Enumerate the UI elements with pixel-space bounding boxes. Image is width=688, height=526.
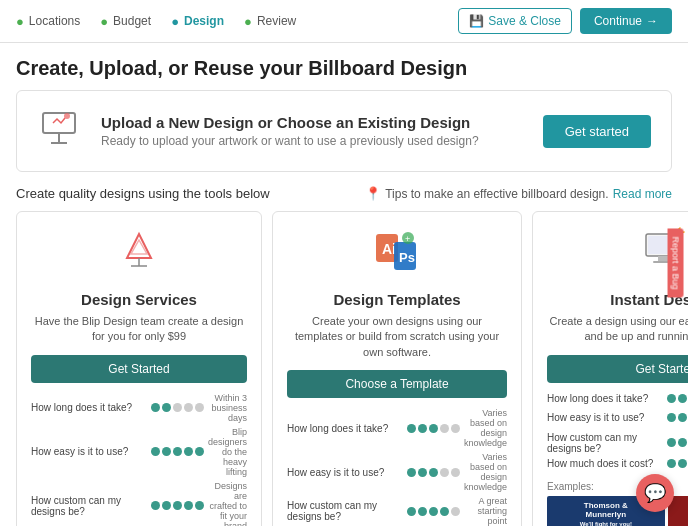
chat-icon: 💬	[644, 482, 666, 504]
metric-dots	[151, 501, 204, 510]
check-icon-review: ●	[244, 14, 252, 29]
metric-dots	[667, 438, 688, 447]
check-icon-budget: ●	[100, 14, 108, 29]
page-title: Create, Upload, or Reuse your Billboard …	[0, 43, 688, 90]
pin-icon: 📍	[365, 186, 381, 201]
metric-dots	[407, 468, 460, 477]
card-description: Have the Blip Design team create a desig…	[31, 314, 247, 345]
check-icon-locations: ●	[16, 14, 24, 29]
metric-dots	[151, 403, 204, 412]
metric-row: How custom can my designs be? Designs ar…	[31, 481, 247, 526]
read-more-link[interactable]: Read more	[613, 187, 672, 201]
chat-bubble[interactable]: 💬	[636, 474, 674, 512]
continue-button[interactable]: Continue →	[580, 8, 672, 34]
save-icon: 💾	[469, 14, 484, 28]
svg-text:Ai: Ai	[382, 241, 396, 257]
tips-text: Tips to make an effective billboard desi…	[385, 187, 608, 201]
metric-row: How easy is it to use? Extremely easy to…	[547, 408, 688, 428]
metric-dots	[151, 447, 204, 456]
metric-row: How long does it take? Within minutes	[547, 393, 688, 404]
billboard-icon	[37, 105, 81, 157]
card-title: Design Services	[31, 291, 247, 308]
nav-step-budget[interactable]: ● Budget	[100, 14, 151, 29]
nav-step-design[interactable]: ● Design	[171, 14, 224, 29]
metric-row: How much does it cost? Free!	[547, 458, 688, 469]
design-services-card: Design Services Have the Blip Design tea…	[16, 211, 262, 526]
metric-dots	[667, 413, 688, 422]
metric-row: How easy is it to use? Varies based on d…	[287, 452, 507, 492]
design-services-icon	[31, 226, 247, 283]
save-close-button[interactable]: 💾 Save & Close	[458, 8, 572, 34]
metric-dots	[407, 507, 460, 516]
cards-row: Design Services Have the Blip Design tea…	[0, 211, 688, 526]
report-bug-tab[interactable]: Report a Bug	[667, 228, 683, 297]
metric-row: How custom can my designs be? A great st…	[287, 496, 507, 526]
svg-rect-0	[43, 113, 75, 133]
tips-section: 📍 Tips to make an effective billboard de…	[365, 186, 672, 201]
metric-row: How long does it take? Within 3 business…	[31, 393, 247, 423]
card-title: Design Templates	[287, 291, 507, 308]
card-description: Create your own designs using our templa…	[287, 314, 507, 360]
metric-row: How custom can my designs be? Straightfo…	[547, 432, 688, 454]
instant-designs-metrics: How long does it take? Within minutes Ho…	[547, 393, 688, 473]
svg-point-3	[64, 113, 70, 119]
metric-dots	[407, 424, 460, 433]
subtitle-row: Create quality designs using the tools b…	[0, 186, 688, 211]
metric-dots	[667, 459, 688, 468]
nav-steps: ● Locations ● Budget ● Design ● Review	[16, 14, 296, 29]
subtitle-text: Create quality designs using the tools b…	[16, 186, 270, 201]
metric-dots	[667, 394, 688, 403]
design-services-button[interactable]: Get Started	[31, 355, 247, 383]
design-templates-card: Ai Ps + Design Templates Create your own…	[272, 211, 522, 526]
upload-banner: Upload a New Design or Choose an Existin…	[16, 90, 672, 172]
card-description: Create a design using our easy to use so…	[547, 314, 688, 345]
svg-text:Ps: Ps	[399, 250, 415, 265]
check-icon-design: ●	[171, 14, 179, 29]
instant-designs-button[interactable]: Get Started	[547, 355, 688, 383]
design-templates-metrics: How long does it take? Varies based on d…	[287, 408, 507, 526]
metric-row: How easy is it to use? Blip designers do…	[31, 427, 247, 477]
upload-text: Upload a New Design or Choose an Existin…	[101, 114, 479, 148]
svg-text:+: +	[405, 234, 410, 244]
design-templates-button[interactable]: Choose a Template	[287, 370, 507, 398]
top-navigation: ● Locations ● Budget ● Design ● Review 💾…	[0, 0, 688, 43]
nav-actions: 💾 Save & Close Continue →	[458, 8, 672, 34]
arrow-right-icon: →	[646, 14, 658, 28]
design-services-metrics: How long does it take? Within 3 business…	[31, 393, 247, 526]
design-templates-icon: Ai Ps +	[287, 226, 507, 283]
metric-row: How long does it take? Varies based on d…	[287, 408, 507, 448]
nav-step-review[interactable]: ● Review	[244, 14, 296, 29]
nav-step-locations[interactable]: ● Locations	[16, 14, 80, 29]
upload-get-started-button[interactable]: Get started	[543, 115, 651, 148]
